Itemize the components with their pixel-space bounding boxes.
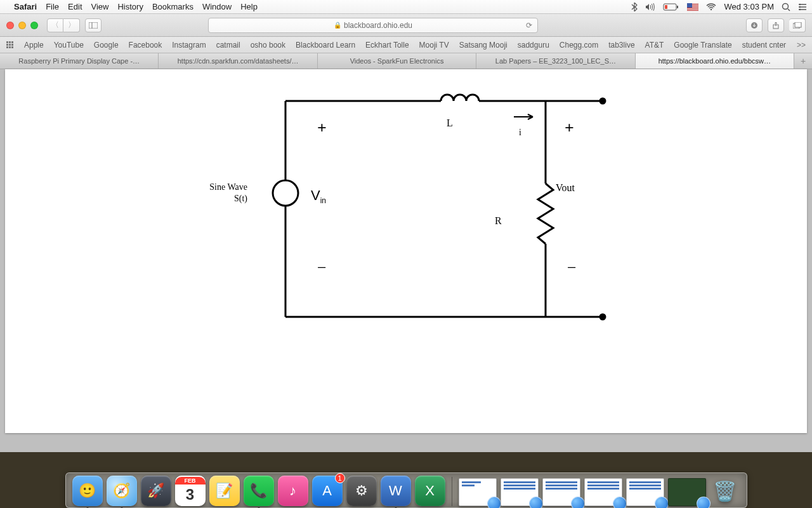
dock-settings[interactable]: ⚙ [346,476,377,506]
svg-rect-5 [687,8,698,8]
minus-right: − [567,258,577,277]
tab-4[interactable]: https://blackboard.ohio.edu/bbcsw… [636,53,794,69]
volume-icon[interactable] [645,3,655,11]
dock-min-window-4[interactable] [626,478,664,506]
tab-1[interactable]: https://cdn.sparkfun.com/datasheets/… [159,53,317,69]
battery-icon[interactable] [663,3,679,11]
menu-file[interactable]: File [46,2,59,11]
dock-excel[interactable]: X [415,476,445,506]
dock-min-window-5[interactable] [668,478,706,506]
downloads-button[interactable] [746,18,763,32]
dock-word[interactable]: W [381,476,411,506]
bluetooth-icon[interactable] [631,3,638,11]
page-content[interactable]: Sine Wave S(t) Vin + − L i R Vout + − [5,69,807,433]
dock-calendar[interactable]: FEB3 [175,476,206,506]
fullscreen-window-button[interactable] [30,22,38,29]
fav-overflow[interactable]: >> [797,41,806,50]
menu-bookmarks[interactable]: Bookmarks [152,2,193,11]
fav-blackboard[interactable]: Blackboard Learn [296,41,355,50]
svg-rect-4 [687,3,692,8]
lock-icon: 🔒 [334,22,341,29]
fav-eckhart[interactable]: Eckhart Tolle [365,41,409,50]
circuit-diagram [197,82,615,336]
current-label: i [519,128,521,138]
fav-osho[interactable]: osho book [251,41,285,50]
back-button[interactable]: 〈 [47,18,63,32]
dock-min-window-3[interactable] [584,478,622,506]
fav-satsang[interactable]: Satsang Mooji [459,41,508,50]
forward-button[interactable]: 〉 [63,18,80,32]
fav-youtube[interactable]: YouTube [54,41,84,50]
new-tab-button[interactable]: + [794,53,812,69]
address-bar[interactable]: 🔒 blackboard.ohio.edu ⟳ [208,18,538,33]
fav-saddguru[interactable]: saddguru [518,41,549,50]
fav-mooji[interactable]: Mooji TV [419,41,449,50]
spotlight-icon[interactable] [782,3,790,11]
fav-chegg[interactable]: Chegg.com [560,41,598,50]
menu-help[interactable]: Help [240,2,258,11]
sidebar-button[interactable] [85,18,102,32]
fav-instagram[interactable]: Instagram [172,41,206,50]
dock-appstore[interactable]: A1 [312,476,343,506]
show-favorites-icon[interactable] [6,41,14,49]
menu-bar: Safari File Edit View History Bookmarks … [0,0,812,14]
svg-rect-9 [692,5,698,6]
dock-min-doc[interactable] [459,478,497,506]
menu-clock[interactable]: Wed 3:03 PM [724,2,774,11]
svg-rect-1 [677,6,678,8]
dock-separator [452,477,452,506]
browser-toolbar: 〈 〉 🔒 blackboard.ohio.edu ⟳ [0,14,812,37]
notification-center-icon[interactable] [798,3,807,11]
fav-facebook[interactable]: Facebook [129,41,162,50]
nav-buttons: 〈 〉 [47,18,80,32]
source-label-1: Sine Wave [190,182,247,192]
tab-2[interactable]: Videos - SparkFun Electronics [318,53,476,69]
svg-rect-7 [687,10,698,11]
svg-point-36 [600,314,605,319]
fav-google[interactable]: Google [94,41,119,50]
minus-left: − [317,258,327,277]
minimize-window-button[interactable] [18,22,26,29]
vout-label: Vout [556,182,575,194]
fav-att[interactable]: AT&T [645,41,664,50]
fav-student[interactable]: student cnter [742,41,786,50]
svg-rect-20 [89,22,98,29]
dock-itunes[interactable]: ♪ [278,476,308,506]
flag-icon[interactable] [687,3,698,11]
dock-trash[interactable]: 🗑️ [710,476,740,506]
menu-edit[interactable]: Edit [68,2,82,11]
svg-rect-6 [687,9,698,10]
svg-point-27 [273,180,298,206]
tab-bar: Raspberry Pi Primary Display Cape -… htt… [0,53,812,69]
menu-window[interactable]: Window [202,2,232,11]
fav-translate[interactable]: Google Translate [674,41,731,50]
fav-tab3live[interactable]: tab3live [608,41,634,50]
dock-min-window-2[interactable] [542,478,580,506]
dock-tray: 🙂 🧭 🚀 FEB3 📝 📞 ♪ A1 ⚙ W X 🗑️ [65,472,747,508]
tab-0[interactable]: Raspberry Pi Primary Display Cape -… [0,53,159,69]
dock-finder[interactable]: 🙂 [72,476,103,506]
fav-apple[interactable]: Apple [24,41,44,50]
svg-rect-10 [692,6,698,7]
tabs-button[interactable] [789,18,806,32]
close-window-button[interactable] [6,22,14,29]
dock-launchpad[interactable]: 🚀 [141,476,171,506]
app-menu[interactable]: Safari [14,2,37,11]
menu-view[interactable]: View [91,2,109,11]
tab-3[interactable]: Lab Papers – EE_3223_100_LEC_S… [476,53,635,69]
scroll-gap [5,433,807,447]
menu-history[interactable]: History [117,2,143,11]
plus-left: + [317,119,327,138]
svg-point-31 [600,98,605,104]
dock-facetime[interactable]: 📞 [244,476,274,506]
dock-notes[interactable]: 📝 [209,476,240,506]
reload-icon[interactable]: ⟳ [526,21,532,30]
svg-point-12 [783,3,789,9]
dock-safari[interactable]: 🧭 [107,476,137,506]
web-viewport: Sine Wave S(t) Vin + − L i R Vout + − [0,69,812,452]
resistor-label: R [495,215,502,227]
share-button[interactable] [768,18,784,32]
wifi-icon[interactable] [706,3,716,11]
fav-catmail[interactable]: catmail [216,41,240,50]
dock-min-window-1[interactable] [501,478,539,506]
